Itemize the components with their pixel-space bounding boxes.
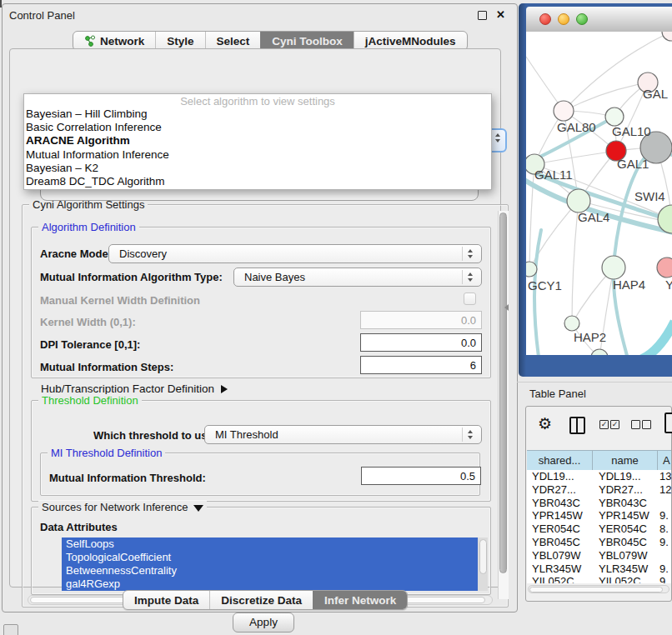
hub-definition-toggle[interactable]: Hub/Transcription Factor Definition bbox=[41, 382, 228, 395]
column-header-shared-name[interactable]: shared... bbox=[527, 451, 593, 470]
cell-name: YDR27... bbox=[599, 483, 657, 497]
node-gal80[interactable] bbox=[554, 101, 574, 121]
checked-checkbox-icon[interactable]: ✓ bbox=[610, 420, 619, 429]
cell-value: 9. bbox=[659, 509, 671, 522]
node-label: SWI4 bbox=[634, 189, 665, 203]
unchecked-checkbox-icon[interactable] bbox=[631, 420, 640, 429]
attribute-item[interactable]: gal4RGexp bbox=[62, 578, 478, 591]
cell-name: YDL19... bbox=[599, 470, 657, 483]
attribute-item[interactable]: TopologicalCoefficient bbox=[62, 551, 478, 564]
cyni-toolbox-panel: Select algorithm to view settings Bayesi… bbox=[9, 48, 501, 588]
kernel-width-field[interactable]: 0.0 bbox=[360, 311, 482, 329]
minimized-panel-icon[interactable] bbox=[3, 624, 18, 635]
sources-group: Sources for Network Inference Data Attri… bbox=[31, 507, 491, 595]
mi-type-value: Naive Bayes bbox=[244, 271, 305, 283]
node-gal10[interactable] bbox=[605, 108, 624, 126]
scrollbar-thumb[interactable] bbox=[499, 212, 507, 573]
unchecked-checkbox-icon[interactable] bbox=[642, 420, 651, 429]
algorithm-option[interactable]: Bayesian – K2 bbox=[24, 162, 491, 175]
network-canvas[interactable]: GAL GAL80 GAL10 GAL1 GAL11 GAL4 SWI4 GCY… bbox=[526, 32, 672, 355]
gear-icon[interactable]: ⚙ bbox=[538, 414, 552, 433]
node-label: GCY1 bbox=[528, 278, 562, 292]
zoom-traffic-light[interactable] bbox=[576, 13, 588, 25]
columns-icon[interactable] bbox=[569, 417, 585, 434]
table-row[interactable]: YDR27... YDR27... 12 bbox=[527, 483, 671, 497]
checked-checkbox-icon[interactable]: ✓ bbox=[599, 420, 609, 429]
which-threshold-combo[interactable]: MI Threshold bbox=[204, 425, 482, 444]
table-row[interactable]: YLR345W YLR345W 9. bbox=[527, 562, 671, 576]
tab-select[interactable]: Select bbox=[205, 32, 261, 50]
manual-kernel-label: Manual Kernel Width Definition bbox=[40, 294, 200, 307]
tab-style[interactable]: Style bbox=[155, 32, 204, 50]
data-attributes-label: Data Attributes bbox=[40, 521, 118, 533]
aracne-mode-combo[interactable]: Discovery bbox=[108, 244, 482, 263]
table-row[interactable]: YBL079W YBL079W bbox=[527, 549, 671, 562]
tab-infer-network[interactable]: Infer Network bbox=[313, 591, 407, 609]
scrollbar-thumb[interactable] bbox=[529, 587, 663, 592]
tab-cyni-toolbox[interactable]: Cyni Toolbox bbox=[260, 32, 354, 50]
threshold-definition-title: Threshold Definition bbox=[38, 394, 142, 407]
close-traffic-light[interactable] bbox=[539, 13, 551, 25]
cell-shared-name: YLR345W bbox=[532, 562, 590, 576]
combo-arrows-icon bbox=[468, 272, 474, 282]
node-clipped-bottom[interactable] bbox=[591, 349, 608, 355]
combo-arrows-icon bbox=[468, 249, 474, 258]
node-pink-y[interactable] bbox=[657, 258, 672, 278]
tab-discretize-data[interactable]: Discretize Data bbox=[209, 591, 313, 609]
float-window-icon[interactable] bbox=[478, 11, 487, 20]
attribute-item[interactable]: SelfLoops bbox=[62, 538, 478, 551]
attribute-item[interactable]: BetweennessCentrality bbox=[62, 564, 478, 578]
minimize-traffic-light[interactable] bbox=[558, 13, 569, 25]
tab-impute-data[interactable]: Impute Data bbox=[123, 591, 209, 609]
node-label: GAL10 bbox=[612, 124, 651, 138]
cell-value: 9. bbox=[659, 536, 671, 549]
algorithm-option[interactable]: Dream8 DC_TDC Algorithm bbox=[24, 175, 491, 188]
manual-kernel-checkbox[interactable] bbox=[464, 292, 476, 305]
column-header-name[interactable]: name bbox=[593, 451, 658, 470]
dpi-tolerance-field[interactable]: 0.0 bbox=[360, 333, 482, 352]
cell-value: 8. bbox=[659, 522, 671, 536]
node-label: GAL4 bbox=[578, 210, 609, 224]
algorithm-option[interactable]: Basic Correlation Inference bbox=[24, 121, 491, 134]
cell-name: YPR145W bbox=[599, 509, 657, 522]
table-row[interactable]: YIL052C YIL052C 9 bbox=[527, 575, 671, 583]
tab-network-label: Network bbox=[100, 35, 144, 48]
mi-steps-field[interactable]: 6 bbox=[360, 356, 482, 374]
sources-title[interactable]: Sources for Network Inference bbox=[38, 501, 207, 513]
mi-type-combo[interactable]: Naive Bayes bbox=[233, 268, 482, 287]
sources-title-label: Sources for Network Inference bbox=[42, 501, 188, 513]
table-row[interactable]: YPR145W YPR145W 9. bbox=[527, 509, 671, 522]
splitter-collapse-arrow[interactable] bbox=[504, 304, 509, 311]
algorithm-option[interactable]: Bayesian – Hill Climbing bbox=[24, 108, 491, 121]
node-clipped-top[interactable] bbox=[662, 32, 672, 41]
tab-jactivemnodules[interactable]: jActiveMNodules bbox=[354, 32, 467, 50]
node-gal4[interactable] bbox=[567, 189, 590, 212]
table-row[interactable]: YBR043C YBR043C bbox=[527, 497, 671, 510]
table-horizontal-scrollbar[interactable] bbox=[528, 585, 669, 593]
table-body: YDL19... YDL19... 13 YDR27... YDR27... 1… bbox=[527, 470, 671, 583]
node-gcy1[interactable] bbox=[526, 262, 537, 277]
column-header-clipped[interactable]: A bbox=[658, 451, 671, 470]
tab-network[interactable]: Network bbox=[73, 32, 155, 50]
node-hap2[interactable] bbox=[564, 316, 579, 331]
node-label: GAL11 bbox=[534, 168, 573, 182]
algorithm-option-selected[interactable]: ARACNE Algorithm bbox=[24, 134, 491, 148]
apply-button[interactable]: Apply bbox=[233, 612, 294, 632]
mi-threshold-field[interactable]: 0.5 bbox=[361, 467, 481, 485]
cell-shared-name: YBR045C bbox=[532, 536, 590, 549]
close-window-icon[interactable]: ✕ bbox=[496, 8, 505, 21]
cell-shared-name: YBR043C bbox=[532, 497, 590, 510]
network-window-titlebar[interactable] bbox=[526, 7, 672, 32]
table-row[interactable]: YBR045C YBR045C 9. bbox=[527, 536, 671, 549]
node-hap4[interactable] bbox=[602, 256, 625, 279]
list-scrollbar[interactable] bbox=[478, 538, 488, 591]
table-header: shared... name A bbox=[527, 450, 671, 471]
table-row[interactable]: YER054C YER054C 8. bbox=[527, 522, 671, 536]
dpi-tolerance-label: DPI Tolerance [0,1]: bbox=[40, 338, 140, 351]
table-row[interactable]: YDL19... YDL19... 13 bbox=[527, 470, 671, 483]
dropdown-prompt: Select algorithm to view settings bbox=[24, 94, 491, 108]
import-table-icon[interactable] bbox=[664, 412, 672, 433]
algorithm-option[interactable]: Mutual Information Inference bbox=[24, 148, 491, 162]
algorithm-definition-title: Algorithm Definition bbox=[38, 221, 139, 233]
settings-vertical-scrollbar[interactable] bbox=[498, 211, 509, 599]
